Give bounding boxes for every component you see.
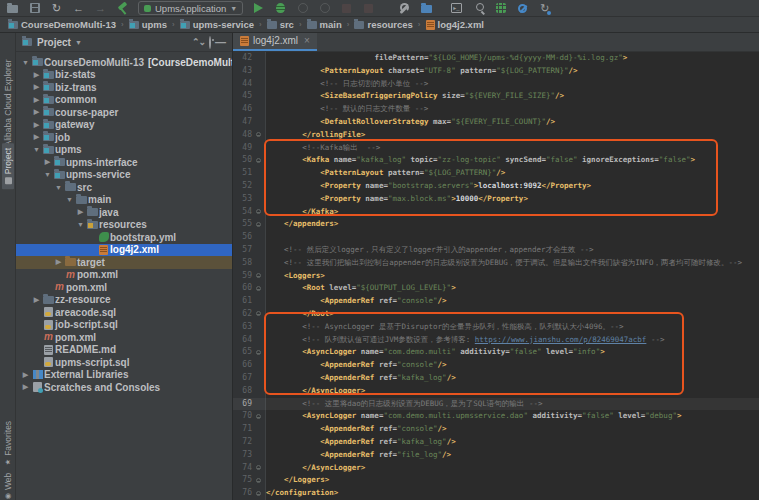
code-line-75[interactable]: 75 </Loggers> <box>233 474 759 487</box>
tree-item-bootstrap-yml[interactable]: bootstrap.yml <box>16 231 232 244</box>
breadcrumb-item-src[interactable]: src <box>265 19 296 30</box>
chevron-expanded-icon[interactable]: ▼ <box>75 221 86 228</box>
fold-marker-icon[interactable] <box>256 132 261 137</box>
tree-item-biz-stats[interactable]: ▶biz-stats <box>16 69 232 82</box>
code-line-57[interactable]: 57 <!-- 然后定义logger，只有定义了logger并引入的append… <box>233 244 759 257</box>
tree-item-upms-interface[interactable]: ▶upms-interface <box>16 156 232 169</box>
tree-item-pom-xml[interactable]: mpom.xml <box>16 281 232 294</box>
sync-icon[interactable]: ↻ <box>50 2 63 15</box>
code-line-44[interactable]: 44 <!-- 日志切割的最小单位 --> <box>233 78 759 91</box>
tree-item-external-libraries[interactable]: ▶External Libraries <box>16 369 232 382</box>
code-line-66[interactable]: 66 <AppenderRef ref="console"/> <box>233 359 759 372</box>
debug-icon[interactable] <box>274 2 287 15</box>
chevron-collapsed-icon[interactable]: ▶ <box>31 83 42 91</box>
run-configuration-combo[interactable]: UpmsApplication ▼ <box>138 1 243 15</box>
code-line-54[interactable]: 54 </Kafka> <box>233 206 759 219</box>
code-line-74[interactable]: 74 </AsyncLogger> <box>233 462 759 475</box>
sync-status-icon[interactable]: ↻ <box>538 2 551 15</box>
breadcrumb-item-resources[interactable]: resources <box>352 19 414 30</box>
code-line-73[interactable]: 73 <AppenderRef ref="file_log"/> <box>233 449 759 462</box>
tree-item-pom-xml[interactable]: mpom.xml <box>16 331 232 344</box>
tree-item-main[interactable]: ▼main <box>16 194 232 207</box>
chevron-collapsed-icon[interactable]: ▶ <box>75 208 86 216</box>
chevron-collapsed-icon[interactable]: ▶ <box>31 296 42 304</box>
code-line-60[interactable]: 60 <Root level="${OUTPUT_LOG_LEVEL}"> <box>233 282 759 295</box>
tree-item-pom-xml[interactable]: mpom.xml <box>16 269 232 282</box>
code-line-49[interactable]: 49 <!--Kafka输出 --> <box>233 142 759 155</box>
code-line-53[interactable]: 53 <Property name="max.block.ms">10000</… <box>233 193 759 206</box>
fold-marker-icon[interactable] <box>256 465 261 470</box>
tree-item-course-paper[interactable]: ▶course-paper <box>16 106 232 119</box>
tree-item-zz-resource[interactable]: ▶zz-resource <box>16 294 232 307</box>
chevron-collapsed-icon[interactable]: ▶ <box>53 258 64 266</box>
chevron-collapsed-icon[interactable]: ▶ <box>31 71 42 79</box>
breadcrumb-item-coursedemomulti-13[interactable]: CourseDemoMulti-13 <box>6 19 118 30</box>
code-line-67[interactable]: 67 <AppenderRef ref="kafka_log"/> <box>233 372 759 385</box>
fold-marker-icon[interactable] <box>256 209 261 214</box>
terminal-icon[interactable]: ▸_ <box>450 2 463 15</box>
code-line-76[interactable]: 76</configuration> <box>233 487 759 500</box>
chevron-expanded-icon[interactable]: ▼ <box>64 196 75 203</box>
code-line-52[interactable]: 52 <Property name="bootstrap.servers">lo… <box>233 180 759 193</box>
code-line-43[interactable]: 43 <PatternLayout charset="UTF-8" patter… <box>233 65 759 78</box>
tab-log4j2-xml[interactable]: log4j2.xml × <box>233 32 317 51</box>
fold-marker-icon[interactable] <box>256 491 261 496</box>
code-line-65[interactable]: 65 <AsyncLogger name="com.demo.multi" ad… <box>233 346 759 359</box>
breadcrumb-item-upms-service[interactable]: upms-service <box>178 19 256 30</box>
breadcrumb-item-main[interactable]: main <box>305 19 344 30</box>
chevron-expanded-icon[interactable]: ▼ <box>53 184 64 191</box>
breadcrumb-item-upms[interactable]: upms <box>127 19 169 30</box>
tree-item-java[interactable]: ▶java <box>16 206 232 219</box>
chevron-collapsed-icon[interactable]: ▶ <box>31 108 42 116</box>
chevron-collapsed-icon[interactable]: ▶ <box>31 96 42 104</box>
code-line-45[interactable]: 45 <SizeBasedTriggeringPolicy size="${EV… <box>233 90 759 103</box>
collapse-all-icon[interactable]: ⌃⌄ <box>192 37 205 47</box>
code-line-61[interactable]: 61 <AppenderRef ref="console"/> <box>233 295 759 308</box>
tree-item-gateway[interactable]: ▶gateway <box>16 119 232 132</box>
plugin-grid-icon[interactable] <box>494 2 507 15</box>
code-line-70[interactable]: 70 <AsyncLogger name="com.demo.multi.upm… <box>233 410 759 423</box>
wrench-icon[interactable] <box>398 2 411 15</box>
suspend-icon[interactable] <box>362 2 375 15</box>
tree-item-scratches-and-consoles[interactable]: ▶Scratches and Consoles <box>16 381 232 394</box>
tree-item-log4j2-xml[interactable]: log4j2.xml <box>16 244 232 257</box>
tool-window-button-alibaba-cloud-explorer[interactable]: Alibaba Cloud Explorer <box>3 60 13 157</box>
tree-item-src[interactable]: ▼src <box>16 181 232 194</box>
code-line-64[interactable]: 64 <!-- 队列默认值可通过JVM参数设置，参考博客: https://ww… <box>233 334 759 347</box>
code-line-42[interactable]: 42 filePattern="${LOG_HOME}/upms-%d{yyyy… <box>233 52 759 65</box>
close-icon[interactable]: × <box>304 35 310 46</box>
forward-icon[interactable]: → <box>94 2 107 15</box>
chevron-collapsed-icon[interactable]: ▶ <box>31 121 42 129</box>
fold-marker-icon[interactable] <box>256 286 261 291</box>
chevron-expanded-icon[interactable]: ▼ <box>20 59 31 66</box>
tree-item-target[interactable]: ▶target <box>16 256 232 269</box>
back-icon[interactable]: ← <box>72 2 85 15</box>
code-line-48[interactable]: 48 </rollingFile> <box>233 129 759 142</box>
no-entry-icon[interactable] <box>516 2 529 15</box>
code-line-46[interactable]: 46 <!-- 默认的日志文件数量 --> <box>233 103 759 116</box>
tree-item-upms[interactable]: ▼upms <box>16 144 232 157</box>
code-line-51[interactable]: 51 <PatternLayout pattern="${LOG_PATTERN… <box>233 167 759 180</box>
fold-marker-icon[interactable] <box>256 478 261 483</box>
code-line-58[interactable]: 58 <!-- 这里我们把输出到控制台appender的日志级别设置为DEBUG… <box>233 257 759 270</box>
fold-marker-icon[interactable] <box>256 350 261 355</box>
run-icon[interactable] <box>252 2 265 15</box>
save-icon[interactable] <box>28 2 41 15</box>
code-line-63[interactable]: 63 <!-- AsyncLogger 是基于Disruptor的全量异步队列，… <box>233 321 759 334</box>
chevron-collapsed-icon[interactable]: ▶ <box>31 133 42 141</box>
tree-item-upms-script-sql[interactable]: upms-script.sql <box>16 356 232 369</box>
profiler-icon[interactable] <box>318 2 331 15</box>
code-editor[interactable]: 42 filePattern="${LOG_HOME}/upms-%d{yyyy… <box>233 52 759 500</box>
code-line-62[interactable]: 62 </Root> <box>233 308 759 321</box>
tree-item-resources[interactable]: ▼resources <box>16 219 232 232</box>
tool-window-button-favorites[interactable]: ★Favorites <box>3 421 13 465</box>
code-line-47[interactable]: 47 <DefaultRolloverStrategy max="${EVERY… <box>233 116 759 129</box>
search-everywhere-icon[interactable] <box>472 2 485 15</box>
fold-marker-icon[interactable] <box>256 222 261 227</box>
chevron-expanded-icon[interactable]: ▼ <box>31 146 42 153</box>
hide-panel-icon[interactable]: — <box>215 36 226 48</box>
code-line-59[interactable]: 59 <Loggers> <box>233 270 759 283</box>
build-hammer-icon[interactable] <box>116 2 129 15</box>
tree-item-upms-service[interactable]: ▼upms-service <box>16 169 232 182</box>
code-line-55[interactable]: 55 </appenders> <box>233 218 759 231</box>
